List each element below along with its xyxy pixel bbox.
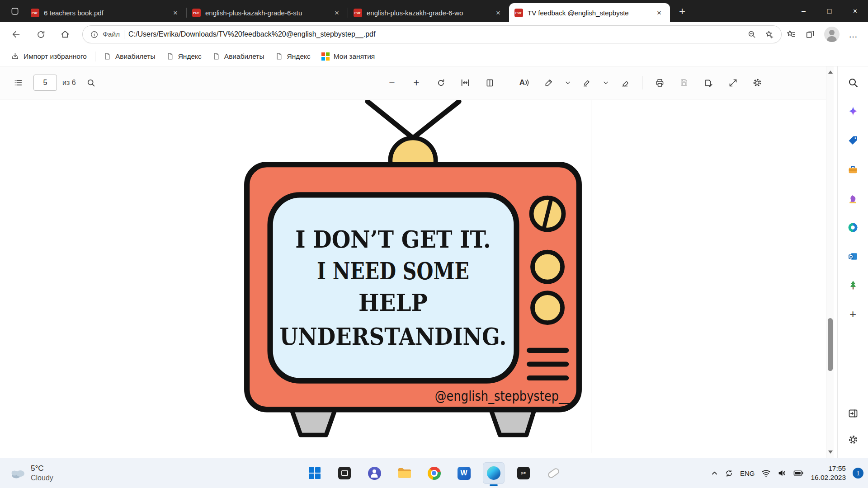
close-button[interactable]: × — [842, 0, 868, 22]
sidebar-search-button[interactable] — [844, 74, 862, 92]
tab-tv-feedback-active[interactable]: PDF TV feedback @english_stepbyste × — [509, 3, 670, 22]
table-of-contents-button[interactable] — [8, 73, 28, 93]
profile-avatar[interactable] — [824, 27, 840, 42]
grid-app-icon — [321, 52, 330, 61]
pen-options-button[interactable] — [563, 73, 572, 93]
tab-close-icon[interactable]: × — [331, 7, 342, 18]
back-button[interactable] — [6, 25, 26, 43]
highlighter-options-button[interactable] — [601, 73, 610, 93]
save-as-button[interactable] — [698, 73, 718, 93]
sidebar-outlook-button[interactable] — [844, 247, 862, 265]
sidebar-tools-button[interactable] — [844, 160, 862, 178]
pill-shaped-app[interactable] — [542, 462, 564, 484]
address-divider — [124, 30, 124, 39]
pdf-search-button[interactable] — [81, 73, 101, 93]
pdf-page-5: I DON’T GET IT. I NEED SOME HELP UNDERST… — [234, 100, 591, 453]
maximize-button[interactable]: □ — [816, 0, 842, 22]
snipping-tool-app[interactable]: ✂ — [513, 462, 534, 484]
word-app[interactable]: W — [453, 462, 475, 484]
tv-illustration: I DON’T GET IT. I NEED SOME HELP UNDERST… — [234, 100, 592, 453]
sidebar-copilot-button[interactable] — [844, 103, 862, 121]
pdf-canvas[interactable]: I DON’T GET IT. I NEED SOME HELP UNDERST… — [0, 100, 826, 458]
rotate-button[interactable] — [431, 73, 451, 93]
edge-icon — [487, 466, 500, 480]
tab-actions-button[interactable] — [7, 2, 23, 20]
bookmark-moi-zanyatiya[interactable]: Мои занятия — [316, 49, 381, 64]
shopping-tag-icon — [848, 135, 859, 146]
vertical-scrollbar[interactable] — [826, 66, 834, 458]
sync-update-icon[interactable] — [725, 469, 733, 478]
desktop-screen: PDF 6 teachers book.pdf × PDF english-pl… — [0, 0, 868, 488]
page-number-input[interactable] — [33, 75, 57, 91]
tab-close-icon[interactable]: × — [493, 7, 504, 18]
dark-window-app[interactable] — [334, 462, 355, 484]
home-button[interactable] — [55, 25, 75, 43]
page-view-button[interactable] — [480, 73, 500, 93]
bookmark-import-favorites[interactable]: Импорт избранного — [5, 49, 92, 64]
clock-widget[interactable]: 17:55 16.02.2023 — [811, 464, 846, 482]
hidden-icons-chevron[interactable] — [711, 470, 718, 477]
sidebar-designer-button[interactable] — [844, 218, 862, 236]
zoom-indicator-icon[interactable] — [747, 30, 756, 39]
eraser-button[interactable] — [615, 73, 635, 93]
save-icon — [679, 78, 689, 87]
tv-knob-2 — [533, 252, 562, 282]
print-button[interactable] — [650, 73, 670, 93]
sidebar-panel-toggle-button[interactable] — [844, 404, 862, 422]
bookmark-label: Авиабилеты — [224, 52, 264, 61]
new-tab-button[interactable]: + — [674, 3, 691, 20]
copilot-sparkle-icon — [847, 106, 859, 117]
settings-more-button[interactable]: … — [849, 29, 858, 40]
volume-icon[interactable] — [778, 469, 787, 478]
scroll-down-arrow[interactable] — [826, 448, 834, 456]
tab-teachers-book[interactable]: PDF 6 teachers book.pdf × — [25, 3, 186, 22]
start-button[interactable] — [304, 462, 326, 484]
sidebar-tree-button[interactable] — [844, 276, 862, 294]
notification-count-badge[interactable]: 1 — [853, 468, 863, 479]
zoom-out-button[interactable]: − — [382, 73, 402, 93]
pdf-settings-button[interactable] — [747, 73, 767, 93]
minimize-button[interactable]: – — [791, 0, 816, 22]
zoom-in-button[interactable]: + — [406, 73, 426, 93]
tree-icon — [848, 280, 859, 291]
teams-chat-app[interactable] — [363, 462, 385, 484]
battery-icon[interactable] — [793, 469, 804, 478]
refresh-button[interactable] — [31, 25, 51, 43]
bookmark-yandex-2[interactable]: Яндекс — [270, 49, 316, 64]
taskbar-apps: W ✂ — [304, 458, 564, 488]
sidebar-settings-button[interactable] — [844, 431, 862, 449]
sidebar-games-button[interactable] — [844, 189, 862, 207]
tab-close-icon[interactable]: × — [654, 7, 665, 18]
sidebar-add-button[interactable]: + — [844, 305, 862, 323]
bookmark-yandex-1[interactable]: Яндекс — [161, 49, 207, 64]
draw-pen-button[interactable] — [539, 73, 559, 93]
tab-workbook[interactable]: PDF english-plus-kazakh-grade-6-wo × — [348, 3, 509, 22]
wifi-icon[interactable] — [761, 469, 771, 478]
read-aloud-button[interactable]: A — [514, 73, 534, 93]
teams-chat-icon — [368, 467, 381, 480]
highlighter-button[interactable] — [577, 73, 597, 93]
open-panel-icon — [848, 408, 859, 419]
screen-line-4: UNDERSTANDING. — [279, 323, 506, 350]
favorites-icon[interactable] — [786, 29, 796, 39]
scrollbar-thumb[interactable] — [828, 318, 833, 371]
fit-width-button[interactable] — [455, 73, 475, 93]
edge-app[interactable] — [483, 462, 505, 484]
bookmark-aviabilety-2[interactable]: Авиабилеты — [207, 49, 270, 64]
tab-student-book[interactable]: PDF english-plus-kazakh-grade-6-stu × — [187, 3, 348, 22]
tab-close-icon[interactable]: × — [170, 7, 181, 18]
bookmark-label: Импорт избранного — [24, 52, 87, 61]
collections-icon[interactable] — [805, 29, 815, 39]
add-favorite-star-icon[interactable] — [764, 30, 774, 39]
chrome-app[interactable] — [423, 462, 445, 484]
sidebar-shopping-button[interactable] — [844, 131, 862, 150]
fullscreen-button[interactable] — [723, 73, 743, 93]
address-bar[interactable]: Файл C:/Users/Evrika/Downloads/TV%20feed… — [82, 25, 782, 43]
scroll-up-arrow[interactable] — [826, 68, 834, 76]
save-button[interactable] — [674, 73, 694, 93]
file-explorer-app[interactable] — [393, 462, 415, 484]
language-indicator[interactable]: ENG — [740, 469, 755, 477]
weather-widget[interactable]: 5°C Cloudy — [6, 458, 57, 488]
bookmark-aviabilety-1[interactable]: Авиабилеты — [98, 49, 161, 64]
refresh-icon — [36, 30, 46, 39]
